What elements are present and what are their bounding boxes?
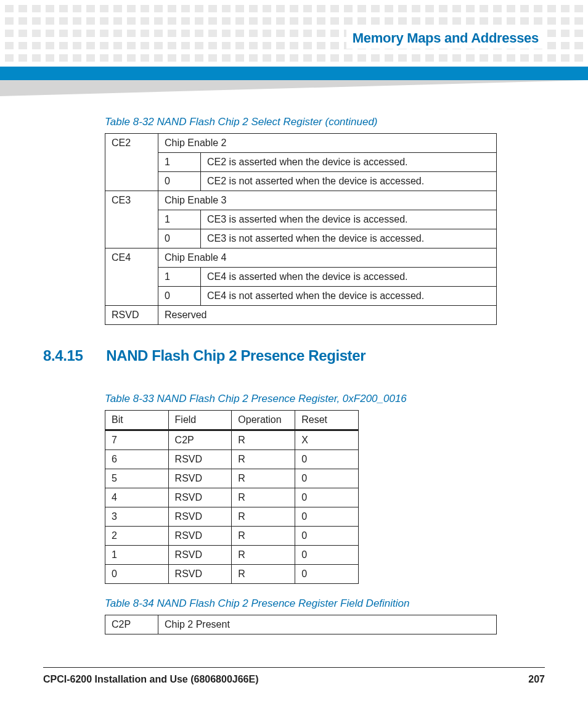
cell: RSVD: [168, 488, 232, 507]
cell: R: [232, 488, 295, 507]
cell: RSVD: [168, 527, 232, 546]
cell: R: [232, 527, 295, 546]
value-desc: CE3 is asserted when the device is acces…: [201, 210, 497, 229]
table-8-33: Bit Field Operation Reset 7C2PRX 6RSVDR0…: [105, 410, 359, 584]
cell: 5: [105, 469, 169, 488]
cell: 0: [295, 546, 359, 565]
field-label: CE3: [105, 191, 158, 248]
cell: 2: [105, 527, 169, 546]
cell: RSVD: [168, 546, 232, 565]
header-blue-bar: [0, 67, 588, 80]
value-desc: CE4 is asserted when the device is acces…: [201, 268, 497, 287]
cell: R: [232, 565, 295, 584]
cell: R: [232, 430, 295, 450]
value-desc: CE4 is not asserted when the device is a…: [201, 287, 497, 306]
field-desc: Chip Enable 3: [158, 191, 497, 210]
value-cell: 0: [158, 229, 201, 248]
field-label: RSVD: [105, 306, 158, 325]
cell: 0: [295, 507, 359, 527]
cell: 0: [295, 527, 359, 546]
cell: 3: [105, 507, 169, 527]
cell: 0: [295, 488, 359, 507]
value-desc: CE2 is not asserted when the device is a…: [201, 172, 497, 191]
field-label: C2P: [105, 615, 158, 634]
cell: 0: [105, 565, 169, 584]
cell: R: [232, 546, 295, 565]
cell: RSVD: [168, 450, 232, 469]
table-8-32-caption: Table 8-32 NAND Flash Chip 2 Select Regi…: [105, 116, 545, 128]
value-cell: 1: [158, 268, 201, 287]
cell: R: [232, 507, 295, 527]
chapter-title: Memory Maps and Addresses: [346, 28, 545, 49]
field-desc: Chip Enable 2: [158, 134, 497, 153]
page-content: Table 8-32 NAND Flash Chip 2 Select Regi…: [0, 111, 588, 634]
cell: 7: [105, 430, 169, 450]
section-title: NAND Flash Chip 2 Presence Register: [106, 347, 365, 364]
table-8-34: C2P Chip 2 Present: [105, 615, 497, 634]
value-cell: 1: [158, 210, 201, 229]
col-header: Reset: [295, 411, 359, 430]
cell: 6: [105, 450, 169, 469]
field-label: CE2: [105, 134, 158, 191]
value-cell: 1: [158, 153, 201, 172]
cell: 0: [295, 469, 359, 488]
field-desc: Reserved: [158, 306, 497, 325]
cell: C2P: [168, 430, 232, 450]
table-8-32: CE2 Chip Enable 2 1 CE2 is asserted when…: [105, 133, 497, 325]
cell: RSVD: [168, 565, 232, 584]
footer-page-number: 207: [528, 674, 545, 685]
field-desc: Chip 2 Present: [158, 615, 497, 634]
cell: RSVD: [168, 469, 232, 488]
page-footer: CPCI-6200 Installation and Use (6806800J…: [43, 667, 545, 685]
cell: R: [232, 450, 295, 469]
section-heading: 8.4.15 NAND Flash Chip 2 Presence Regist…: [43, 347, 545, 364]
table-8-33-caption: Table 8-33 NAND Flash Chip 2 Presence Re…: [105, 393, 545, 405]
cell: RSVD: [168, 507, 232, 527]
cell: 4: [105, 488, 169, 507]
cell: R: [232, 469, 295, 488]
table-8-34-caption: Table 8-34 NAND Flash Chip 2 Presence Re…: [105, 597, 545, 610]
section-number: 8.4.15: [43, 347, 102, 364]
cell: X: [295, 430, 359, 450]
col-header: Field: [168, 411, 232, 430]
cell: 1: [105, 546, 169, 565]
col-header: Operation: [232, 411, 295, 430]
header-shadow-wedge: [0, 80, 588, 96]
value-desc: CE3 is not asserted when the device is a…: [201, 229, 497, 248]
field-desc: Chip Enable 4: [158, 248, 497, 268]
cell: 0: [295, 450, 359, 469]
value-desc: CE2 is asserted when the device is acces…: [201, 153, 497, 172]
footer-doc-title: CPCI-6200 Installation and Use (6806800J…: [43, 674, 259, 685]
col-header: Bit: [105, 411, 169, 430]
field-label: CE4: [105, 248, 158, 306]
value-cell: 0: [158, 287, 201, 306]
value-cell: 0: [158, 172, 201, 191]
cell: 0: [295, 565, 359, 584]
